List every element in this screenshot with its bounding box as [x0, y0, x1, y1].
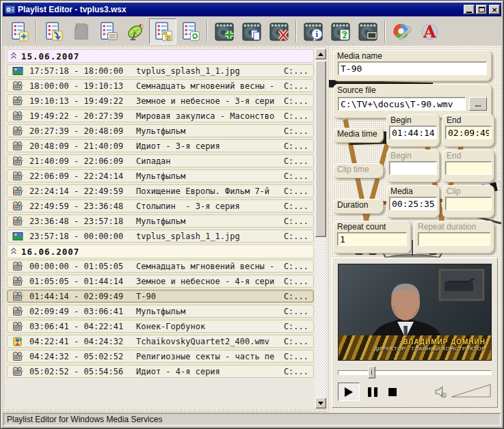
day-header[interactable]: 16.06.2007 [7, 245, 314, 258]
play-button[interactable] [338, 383, 360, 401]
duration-group-label: Duration [333, 199, 384, 214]
seek-thumb[interactable] [368, 366, 375, 378]
add-media-button[interactable] [211, 18, 238, 44]
playlist-item[interactable]: 20:48:09 - 21:40:09 Идиот - 3-я серия C:… [7, 139, 314, 152]
item-title: Семнадцать мгновений весны - [136, 262, 283, 271]
film-icon [12, 321, 23, 332]
playlist-item[interactable]: 23:36:48 - 23:57:18 Мультфыльм C:... [7, 214, 314, 227]
day-date: 16.06.2007 [21, 247, 79, 257]
playlist-scrollbar[interactable] [315, 49, 326, 409]
film-icon [12, 111, 23, 122]
stop-button[interactable] [386, 383, 399, 402]
copy-media-button[interactable] [238, 18, 265, 44]
playlist-item[interactable]: 23:57:18 - 00:00:00 tvplus_splash_1_1.jp… [7, 230, 314, 243]
playlist-item[interactable]: 20:27:39 - 20:48:09 Мультфыльм C:... [7, 124, 314, 137]
media-preview-button[interactable] [354, 18, 382, 44]
playlist-item[interactable]: 01:44:14 - 02:09:49 Т-90 C:... [7, 290, 314, 303]
item-time: 19:49:22 - 20:27:39 [29, 111, 136, 121]
titlebar: Playlist Editor - tvplus3.wsx × [3, 3, 501, 16]
close-icon: × [491, 5, 497, 14]
playlist-item[interactable]: 05:02:52 - 05:54:56 Идиот - 4-я серия C:… [7, 365, 314, 378]
maximize-button[interactable] [476, 5, 487, 14]
scroll-down-button[interactable] [315, 398, 326, 409]
playlist-tree-view-button[interactable] [149, 18, 176, 44]
new-playlist-button[interactable] [5, 18, 33, 44]
seek-slider[interactable] [338, 366, 492, 378]
item-path: C:... [283, 307, 313, 316]
repeat-count-group: Repeat count [333, 221, 411, 253]
media-time-begin-input[interactable] [389, 126, 437, 139]
item-path: C:... [283, 262, 313, 271]
scrollbar-thumb[interactable] [315, 61, 326, 237]
playlist-item[interactable]: 02:09:49 - 03:06:41 Мультфыльм C:... [7, 305, 314, 318]
item-path: C:... [283, 217, 313, 226]
toolbar-separator [295, 20, 297, 42]
collapse-chevrons-icon [10, 247, 18, 255]
scrollbar-track[interactable] [315, 59, 326, 398]
item-path: C:... [283, 186, 313, 196]
clip-time-end-input[interactable] [445, 161, 492, 175]
repeat-count-input[interactable] [337, 232, 407, 246]
repeat-duration-input[interactable] [418, 232, 490, 246]
playlist-item[interactable]: 03:06:41 - 04:22:41 Конек-Горбунок C:... [7, 320, 314, 333]
refresh-playlist-button[interactable] [176, 18, 204, 44]
settings-button[interactable] [388, 18, 416, 44]
clip-time-begin-label: Begin [386, 150, 440, 161]
item-path: C:... [283, 126, 313, 136]
playlist-item[interactable]: 22:49:59 - 23:36:48 Столыпин - 3-я серия… [7, 199, 314, 212]
playlist-item[interactable]: 00:00:00 - 01:05:05 Семнадцать мгновений… [7, 260, 314, 273]
playlist-item[interactable]: 21:40:09 - 22:06:09 Сипадан C:... [7, 154, 314, 167]
item-title: Земное и небесное - 4-я сери [136, 277, 283, 286]
playlist-item[interactable]: 04:24:32 - 05:02:52 Религиозные секты - … [7, 350, 314, 363]
item-time: 21:40:09 - 22:06:09 [29, 156, 136, 166]
export-playlist-button[interactable] [94, 18, 122, 44]
media-refresh-button[interactable] [327, 18, 354, 44]
item-time: 22:06:09 - 22:24:14 [29, 171, 136, 181]
playlist-item[interactable]: 22:06:09 - 22:24:14 Мультфыльм C:... [7, 169, 314, 182]
clip-time-begin-input[interactable] [389, 161, 437, 175]
fonts-button[interactable] [416, 18, 443, 44]
playlist-item[interactable]: 19:49:22 - 20:27:39 Мировая закулиса - М… [7, 109, 314, 122]
item-title: Мировая закулиса - Масонство [136, 111, 283, 121]
media-time-end-label: End [442, 114, 494, 126]
image-icon [12, 66, 23, 77]
duration-media-input[interactable] [389, 197, 437, 210]
item-path: C:... [283, 337, 313, 346]
playlist-item[interactable]: 22:24:14 - 22:49:59 Похищение Европы. Фи… [7, 184, 314, 197]
media-name-input[interactable] [338, 61, 487, 75]
item-path: C:... [283, 292, 313, 301]
clip-time-end-group: End [442, 150, 494, 182]
publish-playlist-button[interactable] [122, 18, 149, 44]
video-caption: ВЛАДИМИР ДОМНИН ДИРЕКТОР - ГЛАВНЫЙ КОНСТ… [339, 335, 491, 360]
open-playlist-button[interactable] [40, 18, 67, 44]
scroll-up-button[interactable] [315, 49, 326, 59]
pause-button[interactable] [365, 383, 380, 402]
item-path: C:... [283, 277, 313, 286]
playlist-item[interactable]: 17:57:18 - 18:00:00 tvplus_splash_1_1.jp… [7, 64, 314, 77]
source-file-input[interactable] [338, 97, 466, 111]
playlist-item[interactable]: 04:22:41 - 04:24:32 TchaikovskyQuartet2_… [7, 335, 314, 348]
media-time-end-input[interactable] [445, 126, 492, 139]
playlist-item[interactable]: 19:10:13 - 19:49:22 Земное и небесное - … [7, 94, 314, 107]
item-path: C:... [283, 367, 313, 376]
delete-media-button[interactable] [265, 18, 293, 44]
seek-track[interactable] [338, 370, 492, 375]
minimize-button[interactable] [464, 5, 475, 14]
volume-slider[interactable] [450, 381, 492, 399]
repeat-duration-label: Repeat duration [414, 221, 494, 232]
media-info-button[interactable] [300, 18, 327, 44]
video-preview: ВЛАДИМИР ДОМНИН ДИРЕКТОР - ГЛАВНЫЙ КОНСТ… [338, 264, 492, 361]
repeat-count-label: Repeat count [333, 221, 411, 232]
collapse-chevrons-icon [10, 52, 18, 60]
item-title: tvplus_splash_1_1.jpg [136, 232, 283, 241]
playlist-item[interactable]: 01:05:05 - 01:44:14 Земное и небесное - … [7, 275, 314, 288]
day-header[interactable]: 15.06.2007 [7, 49, 314, 63]
close-button[interactable]: × [489, 5, 500, 14]
window-title: Playlist Editor - tvplus3.wsx [18, 5, 462, 14]
playlist-item[interactable]: 18:00:00 - 19:10:13 Семнадцать мгновений… [7, 79, 314, 92]
duration-clip-input[interactable] [445, 197, 492, 210]
browse-button[interactable]: ... [469, 97, 487, 111]
film-icon [12, 156, 23, 167]
item-title: Земное и небесное - 3-я сери [136, 96, 283, 106]
media-editor-panel: Media name Source file ... Begin End [329, 46, 501, 413]
